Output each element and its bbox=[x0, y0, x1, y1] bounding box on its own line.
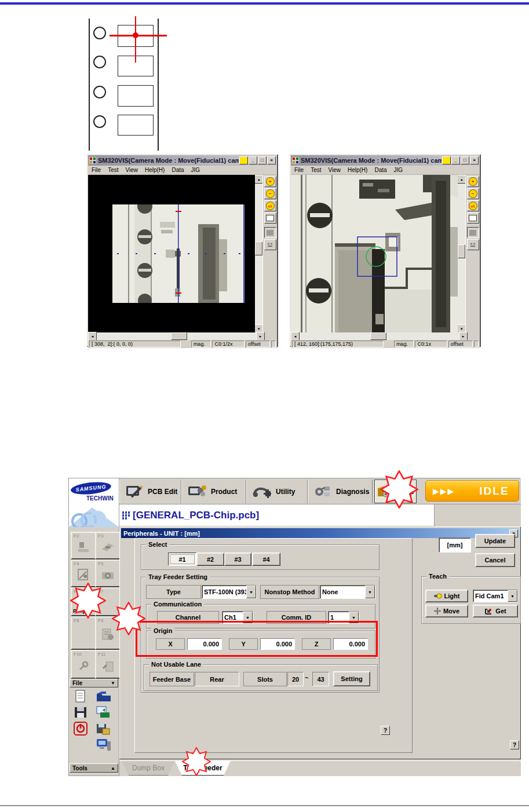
zoom-in-button[interactable]: + bbox=[264, 176, 276, 187]
fkey-button-f8[interactable]: F8 bbox=[71, 616, 96, 650]
camera-image-viewport[interactable] bbox=[88, 175, 255, 333]
horizontal-scrollbar[interactable]: ◄ ► bbox=[291, 332, 468, 340]
slots-to-input[interactable]: 43 bbox=[312, 672, 329, 686]
toolbar-button-product[interactable]: Product bbox=[181, 480, 246, 503]
scroll-thumb[interactable] bbox=[171, 332, 187, 340]
close-button[interactable]: × bbox=[267, 156, 276, 164]
menu-view[interactable]: View bbox=[125, 167, 138, 173]
zoom-1x-button[interactable]: x1 bbox=[264, 200, 276, 211]
tools-panel-header[interactable]: Tools ▲ bbox=[70, 763, 118, 773]
menu-file[interactable]: File bbox=[294, 167, 304, 173]
select-rect-button[interactable] bbox=[264, 213, 276, 224]
zoom-1x-button[interactable]: x1 bbox=[467, 200, 479, 211]
chevron-down-icon[interactable]: ▼ bbox=[365, 586, 375, 598]
chevron-down-icon[interactable]: ▼ bbox=[508, 590, 517, 602]
move-button[interactable]: Move bbox=[425, 605, 468, 617]
chevron-down-icon[interactable]: ▼ bbox=[349, 612, 359, 623]
scroll-left-arrow[interactable]: ◄ bbox=[88, 332, 97, 341]
menu-help[interactable]: Help(H) bbox=[145, 167, 165, 173]
fkey-button-f2[interactable]: F2 bbox=[71, 532, 96, 559]
menu-file[interactable]: File bbox=[92, 167, 101, 173]
status-offset[interactable]: offset bbox=[448, 341, 473, 348]
fkey-button-f3[interactable]: F3 bbox=[95, 532, 121, 559]
scroll-up-arrow[interactable]: ▲ bbox=[457, 175, 466, 184]
pin-button[interactable] bbox=[442, 156, 451, 164]
scroll-thumb[interactable] bbox=[370, 332, 386, 340]
origin-x-input[interactable]: 0.000 bbox=[187, 638, 222, 650]
feeder-base-value[interactable]: Rear bbox=[195, 672, 239, 686]
minimize-button[interactable]: _ bbox=[249, 156, 257, 164]
teach-camera-dropdown[interactable]: Fid Cam1 ▼ bbox=[473, 590, 518, 602]
scroll-up-arrow[interactable]: ▲ bbox=[254, 175, 263, 184]
power-button[interactable] bbox=[74, 722, 87, 738]
pin-button[interactable] bbox=[239, 156, 248, 164]
maximize-button[interactable]: □ bbox=[258, 156, 267, 164]
light-button[interactable]: Light bbox=[425, 590, 468, 602]
idle-status-button[interactable]: ▶▶▶ IDLE bbox=[425, 480, 519, 502]
title-bar[interactable]: SM320VIS(Camera Mode : Move(Fiducial1) c… bbox=[291, 155, 480, 166]
gray-swatch-button[interactable] bbox=[264, 227, 276, 238]
toolbar-button-diagnosis[interactable]: Diagnosis bbox=[308, 480, 373, 503]
channel-dropdown[interactable]: Ch1 ▼ bbox=[222, 611, 253, 624]
cancel-button[interactable]: Cancel bbox=[475, 553, 515, 567]
grid-capture-button[interactable] bbox=[467, 239, 479, 250]
feeder-select-4-button[interactable]: #4 bbox=[252, 553, 280, 566]
scroll-left-arrow[interactable]: ◄ bbox=[291, 332, 300, 341]
scroll-right-arrow[interactable]: ► bbox=[459, 332, 468, 341]
chevron-down-icon[interactable]: ▼ bbox=[246, 586, 256, 598]
vertical-scrollbar[interactable]: ▲ ▼ bbox=[255, 175, 262, 333]
feeder-select-1-button[interactable]: #1 bbox=[168, 553, 196, 566]
update-button[interactable]: Update bbox=[475, 534, 515, 548]
scroll-thumb[interactable] bbox=[255, 242, 262, 255]
camera-image-viewport[interactable] bbox=[291, 175, 458, 333]
open-file-button[interactable] bbox=[96, 689, 112, 705]
minimize-button[interactable]: _ bbox=[451, 156, 460, 164]
feeder-select-2-button[interactable]: #2 bbox=[196, 553, 224, 566]
tab-dump-box[interactable]: Dump Box bbox=[122, 761, 175, 776]
import-button[interactable] bbox=[96, 705, 112, 722]
new-file-button[interactable] bbox=[74, 689, 87, 705]
network-pc-button[interactable] bbox=[96, 738, 112, 755]
select-rect-button[interactable] bbox=[467, 213, 479, 224]
save-file-button[interactable] bbox=[74, 705, 87, 722]
menu-data[interactable]: Data bbox=[374, 167, 386, 173]
menu-test[interactable]: Test bbox=[311, 167, 321, 173]
menu-data[interactable]: Data bbox=[172, 167, 184, 173]
lane-setting-button[interactable]: Setting bbox=[333, 671, 370, 686]
fkey-button-f11[interactable]: F11 bbox=[95, 650, 121, 679]
menu-test[interactable]: Test bbox=[108, 167, 118, 173]
zoom-out-button[interactable]: − bbox=[467, 188, 479, 199]
origin-y-input[interactable]: 0.000 bbox=[260, 638, 295, 650]
status-offset[interactable]: offset bbox=[246, 341, 270, 348]
gray-swatch-button[interactable] bbox=[467, 227, 479, 238]
toolbar-button-utility[interactable]: Utility bbox=[246, 480, 308, 503]
feeder-type-dropdown[interactable]: STF-100N (393 ▼ bbox=[202, 585, 257, 599]
zoom-in-button[interactable]: + bbox=[467, 176, 479, 187]
content-help-button[interactable]: ? bbox=[381, 726, 390, 735]
scroll-right-arrow[interactable]: ► bbox=[256, 332, 265, 341]
maximize-button[interactable]: □ bbox=[461, 156, 469, 164]
toolbar-button-pcb-edit[interactable]: PCB Edit bbox=[119, 480, 181, 503]
menu-help[interactable]: Help(H) bbox=[348, 167, 367, 173]
menu-jig[interactable]: JIG bbox=[394, 167, 403, 173]
feeder-select-3-button[interactable]: #3 bbox=[224, 553, 251, 566]
menu-jig[interactable]: JIG bbox=[191, 167, 200, 173]
file-panel-header[interactable]: File ▼ bbox=[70, 679, 118, 687]
dialog-title-bar[interactable]: Peripherals - UNIT : [mm] × bbox=[121, 528, 519, 538]
comm-id-dropdown[interactable]: 1 ▼ bbox=[328, 611, 359, 624]
vertical-scrollbar[interactable]: ▲ ▼ bbox=[458, 175, 465, 333]
nonstop-method-dropdown[interactable]: None ▼ bbox=[320, 585, 375, 599]
menu-view[interactable]: View bbox=[328, 167, 341, 173]
origin-z-input[interactable]: 0.000 bbox=[333, 638, 368, 650]
zoom-out-button[interactable]: − bbox=[264, 188, 276, 199]
scroll-thumb[interactable] bbox=[458, 244, 465, 258]
title-bar[interactable]: SM320VIS(Camera Mode : Move(Fiducial1) c… bbox=[88, 155, 277, 166]
chevron-down-icon[interactable]: ▼ bbox=[243, 612, 253, 623]
dialog-help-button[interactable]: ? bbox=[510, 740, 519, 749]
save-as-button[interactable] bbox=[96, 722, 111, 738]
fkey-button-f10[interactable]: F10 bbox=[71, 650, 96, 679]
slots-from-input[interactable]: 20 bbox=[287, 672, 304, 686]
horizontal-scrollbar[interactable]: ◄ ► bbox=[88, 332, 265, 340]
get-button[interactable]: Get bbox=[473, 605, 518, 617]
grid-capture-button[interactable] bbox=[264, 239, 276, 250]
